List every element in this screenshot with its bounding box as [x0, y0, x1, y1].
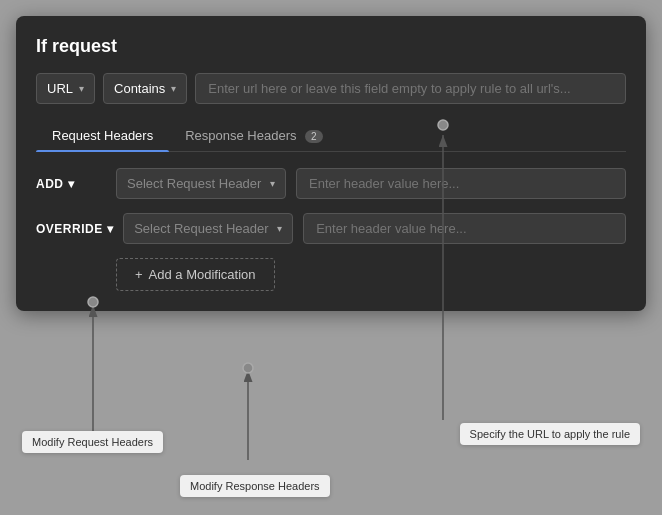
- response-headers-badge: 2: [305, 130, 323, 143]
- url-type-chevron-icon: ▾: [79, 83, 84, 94]
- url-row: URL ▾ Contains ▾: [36, 73, 626, 104]
- condition-select[interactable]: Contains ▾: [103, 73, 187, 104]
- add-header-select[interactable]: Select Request Header ▾: [116, 168, 286, 199]
- add-chevron-icon: ▾: [68, 177, 75, 191]
- add-section-label: ADD ▾: [36, 177, 106, 191]
- add-header-chevron-icon: ▾: [270, 178, 275, 189]
- tabs-container: Request Headers Response Headers 2: [36, 120, 626, 152]
- if-request-card: If request URL ▾ Contains ▾ Request Head…: [16, 16, 646, 311]
- add-section-row: ADD ▾ Select Request Header ▾: [36, 168, 626, 199]
- annotation-modify-request: Modify Request Headers: [22, 431, 163, 453]
- url-type-select[interactable]: URL ▾: [36, 73, 95, 104]
- override-header-select[interactable]: Select Request Header ▾: [123, 213, 293, 244]
- add-modification-label: Add a Modification: [149, 267, 256, 282]
- add-header-value-input[interactable]: [296, 168, 626, 199]
- override-section-row: OVERRIDE ▾ Select Request Header ▾: [36, 213, 626, 244]
- add-modification-button[interactable]: + Add a Modification: [116, 258, 275, 291]
- condition-chevron-icon: ▾: [171, 83, 176, 94]
- override-section-label: OVERRIDE ▾: [36, 222, 113, 236]
- override-header-value-input[interactable]: [303, 213, 626, 244]
- annotation-specify-url: Specify the URL to apply the rule: [460, 423, 640, 445]
- override-header-chevron-icon: ▾: [277, 223, 282, 234]
- override-chevron-icon: ▾: [107, 222, 114, 236]
- card-title: If request: [36, 36, 626, 57]
- url-input[interactable]: [195, 73, 626, 104]
- tab-request-headers[interactable]: Request Headers: [36, 120, 169, 151]
- condition-label: Contains: [114, 81, 165, 96]
- annotation-modify-response: Modify Response Headers: [180, 475, 330, 497]
- url-type-label: URL: [47, 81, 73, 96]
- plus-icon: +: [135, 267, 143, 282]
- tab-response-headers[interactable]: Response Headers 2: [169, 120, 338, 151]
